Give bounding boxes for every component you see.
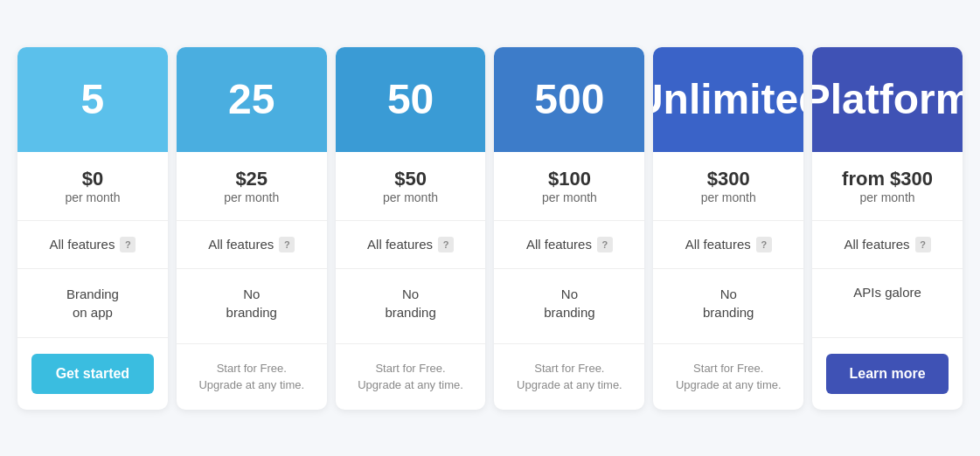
branding-section-platform: APIs galore [812, 269, 963, 338]
plan-header-starter: 25 [177, 47, 327, 152]
features-help-icon-starter[interactable]: ? [279, 237, 295, 252]
cta-button-platform[interactable]: Learn more [826, 354, 949, 394]
price-period-free: per month [31, 190, 154, 204]
features-label-unlimited: All features [685, 237, 751, 252]
branding-text-platform: APIs galore [826, 285, 949, 300]
plan-title-pro: 50 [387, 79, 434, 121]
features-help-icon-pro[interactable]: ? [438, 237, 454, 252]
branding-section-free: Branding on app [17, 269, 168, 338]
cta-section-business: Start for Free. Upgrade at any time. [494, 344, 644, 410]
features-section-platform: All features? [812, 221, 963, 269]
branding-text-free: Branding on app [31, 285, 154, 321]
features-help-icon-business[interactable]: ? [597, 237, 613, 252]
price-period-business: per month [508, 190, 630, 204]
features-section-free: All features? [17, 221, 168, 269]
cta-note-starter: Start for Free. Upgrade at any time. [198, 360, 304, 394]
branding-section-starter: No branding [177, 269, 327, 344]
cta-button-free[interactable]: Get started [31, 354, 154, 394]
price-section-free: $0per month [17, 152, 168, 221]
branding-text-pro: No branding [350, 285, 472, 321]
features-help-icon-unlimited[interactable]: ? [756, 237, 772, 252]
price-section-platform: from $300per month [812, 152, 963, 221]
plan-header-pro: 50 [336, 47, 486, 152]
features-section-unlimited: All features? [653, 221, 803, 269]
branding-text-business: No branding [508, 285, 630, 321]
branding-text-starter: No branding [191, 285, 313, 321]
cta-note-unlimited: Start for Free. Upgrade at any time. [676, 360, 782, 394]
cta-note-pro: Start for Free. Upgrade at any time. [358, 360, 463, 394]
features-label-platform: All features [844, 237, 910, 252]
price-amount-pro: $50 [350, 168, 472, 190]
cta-section-free: Get started [17, 338, 168, 410]
plan-header-free: 5 [17, 47, 168, 152]
price-amount-unlimited: $300 [667, 168, 789, 190]
plan-title-unlimited: Unlimited [653, 79, 803, 121]
price-period-starter: per month [191, 190, 313, 204]
features-help-icon-free[interactable]: ? [120, 237, 136, 252]
price-section-business: $100per month [494, 152, 644, 221]
price-period-unlimited: per month [667, 190, 789, 204]
price-amount-platform: from $300 [826, 168, 949, 190]
features-section-pro: All features? [336, 221, 486, 269]
plan-title-free: 5 [81, 79, 105, 121]
plan-card-pro: 50$50per monthAll features?No brandingSt… [336, 47, 486, 410]
cta-section-pro: Start for Free. Upgrade at any time. [336, 344, 486, 410]
plan-card-free: 5$0per monthAll features?Branding on app… [17, 47, 168, 410]
plan-header-business: 500 [494, 47, 644, 152]
plan-header-unlimited: Unlimited [653, 47, 803, 152]
plan-header-platform: Platform [812, 47, 963, 152]
features-label-free: All features [49, 237, 115, 252]
price-section-pro: $50per month [336, 152, 486, 221]
plan-card-business: 500$100per monthAll features?No branding… [494, 47, 644, 410]
plan-card-starter: 25$25per monthAll features?No brandingSt… [177, 47, 327, 410]
cta-section-unlimited: Start for Free. Upgrade at any time. [653, 344, 803, 410]
price-section-starter: $25per month [177, 152, 327, 221]
plan-card-unlimited: Unlimited$300per monthAll features?No br… [653, 47, 803, 410]
price-amount-starter: $25 [191, 168, 313, 190]
price-amount-free: $0 [31, 168, 154, 190]
features-label-starter: All features [208, 237, 274, 252]
features-help-icon-platform[interactable]: ? [915, 237, 931, 252]
plan-title-platform: Platform [812, 79, 963, 121]
plan-card-platform: Platformfrom $300per monthAll features?A… [812, 47, 963, 410]
pricing-table: 5$0per monthAll features?Branding on app… [17, 47, 963, 410]
features-section-starter: All features? [177, 221, 327, 269]
plan-title-starter: 25 [228, 79, 275, 121]
features-label-business: All features [526, 237, 592, 252]
price-amount-business: $100 [508, 168, 630, 190]
features-label-pro: All features [367, 237, 433, 252]
price-period-pro: per month [350, 190, 472, 204]
cta-note-business: Start for Free. Upgrade at any time. [517, 360, 622, 394]
price-period-platform: per month [826, 190, 949, 204]
branding-text-unlimited: No branding [667, 285, 789, 321]
cta-section-starter: Start for Free. Upgrade at any time. [177, 344, 327, 410]
plan-title-business: 500 [534, 79, 604, 121]
branding-section-business: No branding [494, 269, 644, 344]
price-section-unlimited: $300per month [653, 152, 803, 221]
features-section-business: All features? [494, 221, 644, 269]
branding-section-pro: No branding [336, 269, 486, 344]
branding-section-unlimited: No branding [653, 269, 803, 344]
cta-section-platform: Learn more [812, 338, 963, 410]
